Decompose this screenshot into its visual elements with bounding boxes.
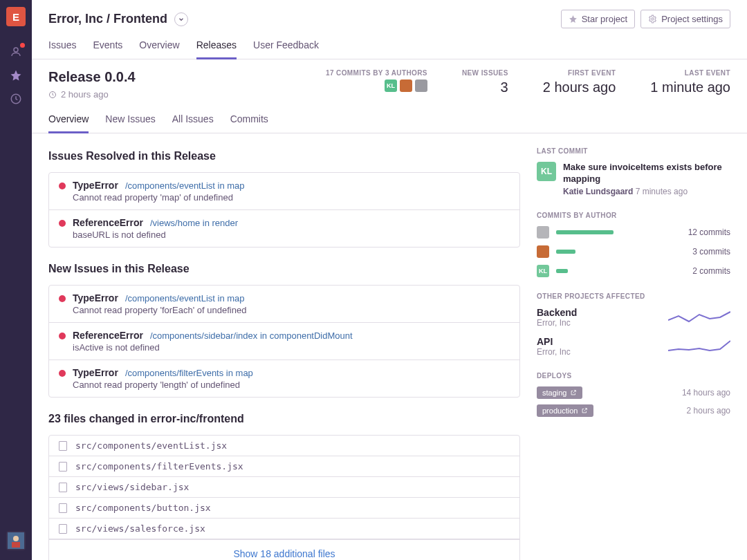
file-icon bbox=[59, 483, 67, 492]
tab-events[interactable]: Events bbox=[93, 35, 122, 59]
tab-user-feedback[interactable]: User Feedback bbox=[253, 35, 319, 59]
section-files-title: 23 files changed in error-inc/frontend bbox=[48, 413, 520, 425]
deploy-tag[interactable]: production bbox=[537, 404, 593, 417]
issue-path: /components/eventList in map bbox=[125, 180, 245, 191]
file-row[interactable]: src/views/sidebar.jsx bbox=[49, 477, 519, 498]
file-icon bbox=[59, 441, 67, 451]
section-resolved-title: Issues Resolved in this Release bbox=[48, 150, 520, 162]
svg-point-5 bbox=[652, 18, 654, 20]
chevron-down-icon[interactable] bbox=[174, 12, 188, 26]
tab-releases[interactable]: Releases bbox=[196, 35, 237, 59]
file-row[interactable]: src/components/button.jsx bbox=[49, 498, 519, 519]
star-project-button[interactable]: Star project bbox=[561, 10, 635, 28]
error-bullet-icon bbox=[59, 183, 66, 189]
project-name: Backend bbox=[537, 307, 577, 318]
external-link-icon bbox=[570, 389, 577, 396]
issue-path: /components/filterEvents in map bbox=[125, 368, 253, 378]
last-commit-avatar: KL bbox=[537, 162, 556, 181]
app-sidebar: E bbox=[0, 0, 32, 560]
author-commit-bar bbox=[556, 230, 675, 234]
issue-row[interactable]: TypeError /components/filterEvents in ma… bbox=[49, 360, 519, 397]
stat-commits: 17 COMMITS BY 3 AUTHORS KL bbox=[326, 69, 427, 95]
project-org: Error, Inc bbox=[537, 318, 577, 328]
file-path: src/components/filterEvents.jsx bbox=[75, 461, 243, 472]
nav-history-icon[interactable] bbox=[0, 87, 32, 111]
file-row[interactable]: src/components/eventList.jsx bbox=[49, 436, 519, 456]
user-avatar[interactable] bbox=[6, 531, 26, 550]
deploy-time: 2 hours ago bbox=[687, 406, 730, 416]
breadcrumb-text: Error, Inc / Frontend bbox=[48, 12, 167, 26]
release-tab-overview[interactable]: Overview bbox=[48, 109, 89, 133]
author-avatar bbox=[537, 245, 549, 258]
author-commit-bar bbox=[556, 250, 675, 254]
tab-issues[interactable]: Issues bbox=[48, 35, 76, 59]
breadcrumb[interactable]: Error, Inc / Frontend bbox=[48, 12, 188, 26]
issue-type: ReferenceError bbox=[73, 330, 143, 341]
project-settings-button[interactable]: Project settings bbox=[640, 10, 730, 28]
files-panel: src/components/eventList.jsxsrc/componen… bbox=[48, 435, 520, 560]
file-icon bbox=[59, 503, 67, 513]
issue-message: baseURL is not defined bbox=[73, 230, 510, 240]
nav-star-icon[interactable] bbox=[0, 64, 32, 87]
tab-overview[interactable]: Overview bbox=[139, 35, 179, 59]
author-row: KL2 commits bbox=[537, 265, 730, 277]
last-commit-label: LAST COMMIT bbox=[537, 147, 730, 155]
deploy-tag[interactable]: staging bbox=[537, 386, 582, 399]
release-tab-new-issues[interactable]: New Issues bbox=[105, 109, 155, 133]
sparkline-icon bbox=[668, 309, 730, 326]
last-commit-title[interactable]: Make sure invoiceItems exists before map… bbox=[563, 162, 730, 185]
resolved-issues-panel: TypeError /components/eventList in map C… bbox=[48, 172, 520, 248]
commits-by-author-block: COMMITS BY AUTHOR 12 commits3 commitsKL2… bbox=[537, 212, 730, 277]
author-commit-count: 12 commits bbox=[682, 227, 730, 237]
error-bullet-icon bbox=[59, 295, 66, 302]
project-tabs: IssuesEventsOverviewReleasesUser Feedbac… bbox=[48, 35, 730, 59]
issue-message: Cannot read property 'length' of undefin… bbox=[73, 380, 510, 390]
release-tab-all-issues[interactable]: All Issues bbox=[172, 109, 214, 133]
issue-message: Cannot read property 'map' of undefined bbox=[73, 192, 510, 203]
deploy-row[interactable]: staging14 hours ago bbox=[537, 386, 730, 399]
author-commit-count: 3 commits bbox=[682, 247, 730, 256]
file-icon bbox=[59, 462, 67, 472]
commits-by-author-label: COMMITS BY AUTHOR bbox=[537, 212, 730, 219]
issue-row[interactable]: TypeError /components/eventList in map C… bbox=[49, 286, 519, 323]
nav-people-icon[interactable] bbox=[0, 40, 32, 64]
release-time: 2 hours ago bbox=[48, 89, 136, 100]
file-row[interactable]: src/views/salesforce.jsx bbox=[49, 519, 519, 539]
author-row: 12 commits bbox=[537, 226, 730, 239]
svg-point-0 bbox=[14, 48, 18, 52]
issue-type: ReferenceError bbox=[73, 217, 143, 228]
deploy-row[interactable]: production2 hours ago bbox=[537, 404, 730, 417]
project-row[interactable]: APIError, Inc bbox=[537, 336, 730, 357]
issue-path: /components/sidebar/index in componentDi… bbox=[150, 330, 353, 341]
stat-first-event: FIRST EVENT 2 hours ago bbox=[543, 69, 616, 95]
show-more-files[interactable]: Show 18 additional files bbox=[49, 539, 519, 560]
issue-row[interactable]: ReferenceError /views/home in render bas… bbox=[49, 210, 519, 247]
section-new-title: New Issues in this Release bbox=[48, 263, 520, 275]
stat-last-event: LAST EVENT 1 minute ago bbox=[650, 69, 730, 95]
author-avatar: KL bbox=[537, 265, 549, 277]
error-bullet-icon bbox=[59, 370, 66, 377]
file-icon bbox=[59, 524, 67, 534]
external-link-icon bbox=[581, 407, 588, 414]
file-path: src/components/button.jsx bbox=[75, 503, 211, 513]
last-commit-meta: Katie Lundsgaard 7 minutes ago bbox=[563, 187, 730, 196]
file-path: src/views/sidebar.jsx bbox=[75, 482, 189, 492]
issue-row[interactable]: ReferenceError /components/sidebar/index… bbox=[49, 323, 519, 360]
other-projects-block: OTHER PROJECTS AFFECTED BackendError, In… bbox=[537, 292, 730, 357]
commit-author-avatar-1: KL bbox=[385, 80, 397, 92]
error-bullet-icon bbox=[59, 220, 66, 227]
svg-rect-4 bbox=[12, 542, 20, 548]
issue-row[interactable]: TypeError /components/eventList in map C… bbox=[49, 173, 519, 210]
file-path: src/views/salesforce.jsx bbox=[75, 523, 205, 534]
file-row[interactable]: src/components/filterEvents.jsx bbox=[49, 456, 519, 477]
release-tab-commits[interactable]: Commits bbox=[230, 109, 268, 133]
issue-message: Cannot read property 'forEach' of undefi… bbox=[73, 305, 510, 315]
new-issues-panel: TypeError /components/eventList in map C… bbox=[48, 285, 520, 398]
topbar: Error, Inc / Frontend Star project Proje… bbox=[32, 0, 747, 59]
deploys-block: DEPLOYS staging14 hours agoproduction2 h… bbox=[537, 372, 730, 417]
brand-logo[interactable]: E bbox=[6, 7, 26, 26]
commit-author-avatar-2 bbox=[400, 80, 412, 92]
star-project-label: Star project bbox=[582, 14, 627, 24]
other-projects-label: OTHER PROJECTS AFFECTED bbox=[537, 292, 730, 300]
project-row[interactable]: BackendError, Inc bbox=[537, 307, 730, 328]
